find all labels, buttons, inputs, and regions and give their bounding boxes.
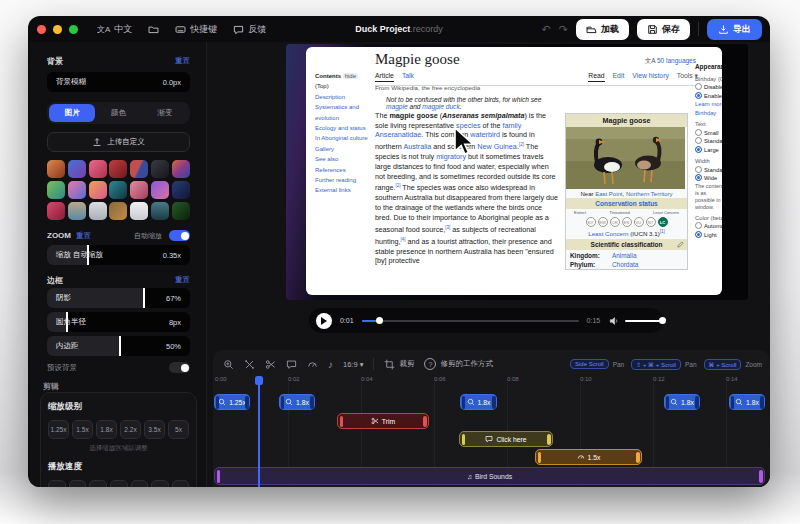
- shadow-slider[interactable]: 阴影 67%: [47, 288, 190, 308]
- project-folder-button[interactable]: [148, 24, 159, 35]
- zoom-amount-slider[interactable]: 缩放 自动缩放 0.35x: [47, 245, 190, 265]
- clip-handle-right[interactable]: [423, 416, 427, 427]
- wiki-tab-edit[interactable]: Edit: [613, 72, 625, 82]
- undo-button[interactable]: ↶: [542, 23, 551, 36]
- speed-preset-button[interactable]: 2x: [172, 480, 189, 487]
- zoom-in-icon[interactable]: [223, 359, 234, 370]
- clip-handle-right[interactable]: [695, 396, 699, 409]
- wallpaper-thumbnail[interactable]: [68, 160, 86, 178]
- auto-zoom-toggle[interactable]: [169, 230, 190, 241]
- load-button[interactable]: 加载: [576, 19, 629, 40]
- border-reset-link[interactable]: 重置: [175, 275, 190, 285]
- clip-handle-left[interactable]: [538, 452, 542, 463]
- speed-preset-button[interactable]: 1.75x: [151, 480, 169, 487]
- wallpaper-thumbnail[interactable]: [172, 160, 190, 178]
- radio-selected-icon[interactable]: [695, 92, 702, 99]
- zoom-preset-button[interactable]: 5x: [168, 420, 189, 439]
- speed-preset-button[interactable]: 0.25x: [48, 480, 66, 487]
- crop-button[interactable]: 裁剪: [384, 359, 414, 370]
- speed-preset-button[interactable]: 0.5x: [69, 480, 86, 487]
- close-window-button[interactable]: [37, 25, 46, 34]
- radio-icon[interactable]: [695, 83, 702, 90]
- wallpaper-thumbnail[interactable]: [130, 160, 148, 178]
- appearance-option[interactable]: Standard: [704, 167, 722, 173]
- clip-handle-left[interactable]: [216, 396, 220, 409]
- appearance-option[interactable]: Light: [704, 232, 717, 238]
- wallpaper-thumbnail[interactable]: [172, 202, 190, 220]
- wallpaper-thumbnail[interactable]: [89, 181, 107, 199]
- zoom-clip[interactable]: 1.8x: [664, 394, 700, 410]
- export-button[interactable]: 导出: [707, 19, 762, 40]
- wiki-tab-talk[interactable]: Talk: [402, 72, 414, 82]
- timeline-ruler[interactable]: 0:00 0:02 0:04 0:06 0:08 0:10 0:12 0:14: [213, 376, 770, 388]
- zoom-clip[interactable]: 1.8x: [729, 394, 765, 410]
- play-button[interactable]: [316, 313, 332, 329]
- preset-background-toggle[interactable]: [169, 362, 190, 373]
- playhead[interactable]: [258, 384, 260, 487]
- wallpaper-thumbnail[interactable]: [89, 202, 107, 220]
- wallpaper-thumbnail[interactable]: [109, 202, 127, 220]
- wallpaper-thumbnail[interactable]: [151, 181, 169, 199]
- zoom-preset-button[interactable]: 1.25x: [48, 420, 69, 439]
- clip-handle-left[interactable]: [731, 396, 735, 409]
- seek-bar[interactable]: [362, 320, 579, 322]
- language-menu[interactable]: 文A 中文: [97, 23, 132, 36]
- caption-clip[interactable]: Click here: [459, 431, 553, 447]
- contents-item[interactable]: Gallery: [315, 144, 371, 154]
- volume-knob[interactable]: [659, 317, 666, 324]
- contents-item[interactable]: External links: [315, 185, 371, 195]
- background-reset-link[interactable]: 重置: [175, 56, 190, 66]
- wallpaper-thumbnail[interactable]: [47, 160, 65, 178]
- radio-icon[interactable]: [695, 129, 702, 136]
- trim-help-button[interactable]: ? 修剪的工作方式: [424, 358, 493, 370]
- wallpaper-thumbnail[interactable]: [89, 160, 107, 178]
- wiki-tab-article[interactable]: Article: [375, 72, 394, 82]
- clip-handle-left[interactable]: [666, 396, 670, 409]
- clip-handle-right[interactable]: [759, 470, 763, 483]
- radio-icon[interactable]: [695, 137, 702, 144]
- clip-handle-left[interactable]: [462, 396, 466, 409]
- zoom-preset-button[interactable]: 1.5x: [72, 420, 93, 439]
- edit-pencil-icon[interactable]: [677, 241, 684, 248]
- zoom-preset-button[interactable]: 1.8x: [96, 420, 117, 439]
- taxonomy-value[interactable]: Chordata: [612, 261, 638, 268]
- upload-background-button[interactable]: 上传自定义: [47, 132, 190, 152]
- wallpaper-thumbnail[interactable]: [172, 181, 190, 199]
- clip-handle-right[interactable]: [760, 396, 764, 409]
- clip-handle-right[interactable]: [245, 396, 249, 409]
- clip-handle-right[interactable]: [492, 396, 496, 409]
- trim-clip[interactable]: Trim: [337, 413, 429, 429]
- scissors-icon[interactable]: [265, 359, 276, 370]
- appearance-option[interactable]: Standard: [704, 138, 722, 144]
- clip-handle-left[interactable]: [217, 470, 221, 483]
- zoom-clip[interactable]: 1.25x: [214, 394, 250, 410]
- clip-handle-left[interactable]: [340, 416, 344, 427]
- wallpaper-thumbnail[interactable]: [130, 181, 148, 199]
- wallpaper-thumbnail[interactable]: [68, 202, 86, 220]
- radio-selected-icon[interactable]: [695, 231, 702, 238]
- wallpaper-thumbnail[interactable]: [109, 160, 127, 178]
- appearance-option[interactable]: Small: [704, 130, 719, 136]
- appearance-option[interactable]: Automatic: [704, 223, 722, 229]
- volume-slider[interactable]: [625, 320, 663, 322]
- redo-button[interactable]: ↷: [559, 23, 568, 36]
- wallpaper-thumbnail[interactable]: [130, 202, 148, 220]
- minimize-window-button[interactable]: [53, 25, 62, 34]
- zoom-clip[interactable]: 1.8x: [279, 394, 315, 410]
- padding-slider[interactable]: 内边距 50%: [47, 336, 190, 356]
- shortcuts-button[interactable]: 快捷键: [175, 23, 217, 36]
- contents-hide-button[interactable]: hide: [343, 73, 358, 79]
- speed-preset-button[interactable]: 0.75x: [89, 480, 107, 487]
- taxonomy-value[interactable]: Animalia: [612, 252, 637, 259]
- contents-item[interactable]: (Top): [315, 81, 371, 91]
- wallpaper-thumbnail[interactable]: [47, 202, 65, 220]
- zoom-preset-button[interactable]: 3.5x: [144, 420, 165, 439]
- feedback-button[interactable]: 反馈: [233, 23, 266, 36]
- speed-preset-button[interactable]: 1.25x: [110, 480, 128, 487]
- radio-selected-icon[interactable]: [695, 174, 702, 181]
- tab-gradient[interactable]: 渐变: [142, 104, 188, 122]
- corner-radius-slider[interactable]: 圆角半径 8px: [47, 312, 190, 332]
- radio-icon[interactable]: [695, 166, 702, 173]
- background-blur-row[interactable]: 背景模糊 0.0px: [47, 72, 190, 92]
- wallpaper-thumbnail[interactable]: [47, 181, 65, 199]
